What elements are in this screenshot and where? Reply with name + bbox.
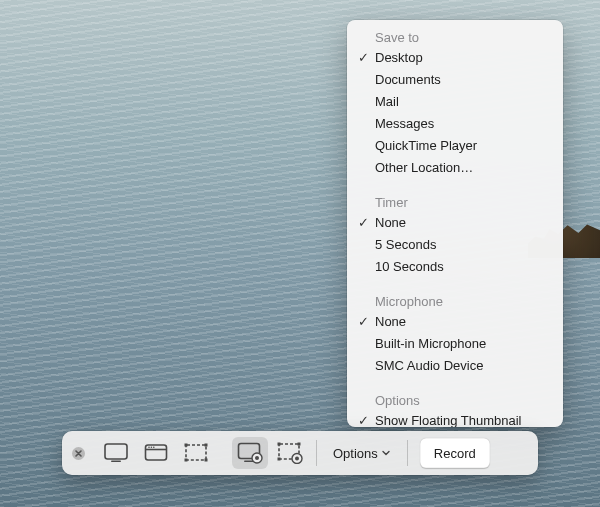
svg-point-7 <box>153 447 155 449</box>
menu-item-label: Show Floating Thumbnail <box>375 413 521 427</box>
menu-item-label: None <box>375 215 406 230</box>
capture-entire-screen-icon <box>104 443 128 463</box>
menu-header-options: Options <box>347 391 563 410</box>
svg-rect-18 <box>278 443 281 446</box>
svg-point-5 <box>148 447 150 449</box>
menu-item-desktop[interactable]: ✓ Desktop <box>347 47 563 69</box>
svg-rect-19 <box>298 443 301 446</box>
toolbar-divider <box>316 440 317 466</box>
options-label: Options <box>333 446 378 461</box>
menu-item-mail[interactable]: Mail <box>347 91 563 113</box>
toolbar-divider <box>407 440 408 466</box>
svg-point-22 <box>295 457 299 461</box>
menu-item-label: 5 Seconds <box>375 237 436 252</box>
record-button[interactable]: Record <box>420 438 490 468</box>
menu-item-label: Documents <box>375 72 441 87</box>
record-label: Record <box>434 446 476 461</box>
menu-item-mic-none[interactable]: ✓ None <box>347 311 563 333</box>
svg-rect-2 <box>111 461 121 463</box>
menu-item-timer-5s[interactable]: 5 Seconds <box>347 234 563 256</box>
capture-entire-screen-button[interactable] <box>98 437 134 469</box>
record-entire-screen-icon <box>237 442 263 464</box>
capture-selected-window-icon <box>144 443 168 463</box>
svg-point-6 <box>151 447 153 449</box>
menu-header-timer: Timer <box>347 193 563 212</box>
svg-point-16 <box>255 456 259 460</box>
menu-header-microphone: Microphone <box>347 292 563 311</box>
menu-item-documents[interactable]: Documents <box>347 69 563 91</box>
menu-section-save-to: Save to ✓ Desktop Documents Mail Message… <box>347 26 563 181</box>
options-button[interactable]: Options <box>323 437 401 469</box>
menu-item-timer-10s[interactable]: 10 Seconds <box>347 256 563 278</box>
menu-section-options: Options ✓ Show Floating Thumbnail ✓ Reme… <box>347 389 563 427</box>
capture-selected-portion-button[interactable] <box>178 437 214 469</box>
svg-rect-12 <box>205 459 208 462</box>
menu-item-label: Built-in Microphone <box>375 336 486 351</box>
record-selected-portion-icon <box>277 442 303 464</box>
menu-item-floating-thumbnail[interactable]: ✓ Show Floating Thumbnail <box>347 410 563 427</box>
record-selected-portion-button[interactable] <box>272 437 308 469</box>
checkmark-icon: ✓ <box>357 313 369 331</box>
menu-header-save-to: Save to <box>347 28 563 47</box>
chevron-down-icon <box>381 448 391 458</box>
close-icon <box>71 446 86 461</box>
menu-item-messages[interactable]: Messages <box>347 113 563 135</box>
svg-rect-9 <box>185 444 188 447</box>
menu-item-quicktime[interactable]: QuickTime Player <box>347 135 563 157</box>
svg-rect-20 <box>278 458 281 461</box>
checkmark-icon: ✓ <box>357 214 369 232</box>
svg-rect-10 <box>205 444 208 447</box>
capture-selected-window-button[interactable] <box>138 437 174 469</box>
menu-item-other-location[interactable]: Other Location… <box>347 157 563 179</box>
menu-item-timer-none[interactable]: ✓ None <box>347 212 563 234</box>
screenshot-toolbar: Options Record <box>62 431 538 475</box>
menu-item-label: 10 Seconds <box>375 259 444 274</box>
svg-rect-11 <box>185 459 188 462</box>
close-button[interactable] <box>70 445 86 461</box>
menu-item-mic-builtin[interactable]: Built-in Microphone <box>347 333 563 355</box>
menu-item-label: Desktop <box>375 50 423 65</box>
capture-selected-portion-icon <box>184 443 208 463</box>
checkmark-icon: ✓ <box>357 49 369 67</box>
menu-item-label: Mail <box>375 94 399 109</box>
menu-item-label: None <box>375 314 406 329</box>
menu-item-mic-smc[interactable]: SMC Audio Device <box>347 355 563 377</box>
svg-rect-1 <box>105 444 127 459</box>
svg-rect-8 <box>186 445 206 460</box>
record-entire-screen-button[interactable] <box>232 437 268 469</box>
checkmark-icon: ✓ <box>357 412 369 427</box>
menu-item-label: Messages <box>375 116 434 131</box>
menu-item-label: SMC Audio Device <box>375 358 483 373</box>
menu-item-label: Other Location… <box>375 160 473 175</box>
menu-section-timer: Timer ✓ None 5 Seconds 10 Seconds <box>347 191 563 280</box>
menu-section-microphone: Microphone ✓ None Built-in Microphone SM… <box>347 290 563 379</box>
menu-item-label: QuickTime Player <box>375 138 477 153</box>
options-menu: Save to ✓ Desktop Documents Mail Message… <box>347 20 563 427</box>
